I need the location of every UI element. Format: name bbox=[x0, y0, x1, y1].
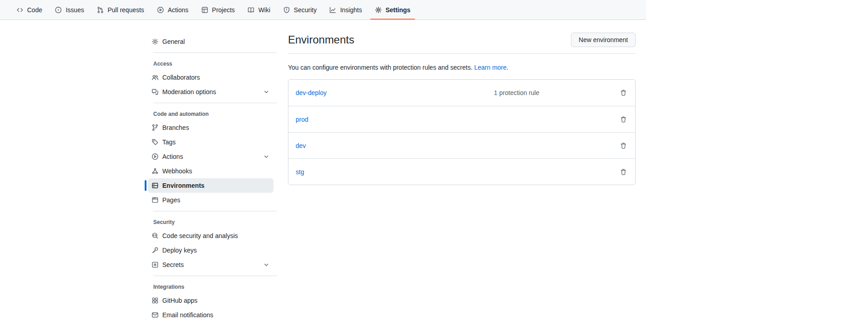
server-icon bbox=[151, 182, 159, 189]
sidebar-item-github-apps[interactable]: GitHub apps bbox=[148, 293, 274, 308]
repository-settings-page: Code Issues Pull requests Actions Projec… bbox=[0, 0, 868, 329]
repo-tab-bar: Code Issues Pull requests Actions Projec… bbox=[0, 0, 646, 20]
tab-projects[interactable]: Projects bbox=[195, 0, 241, 19]
sidebar-item-label: Email notifications bbox=[162, 311, 213, 319]
environment-row: stg bbox=[288, 158, 635, 185]
environments-panel: Environments New environment You can con… bbox=[288, 32, 636, 185]
sidebar-item-collaborators[interactable]: Collaborators bbox=[148, 70, 274, 85]
tab-wiki[interactable]: Wiki bbox=[241, 0, 276, 19]
delete-environment-button[interactable] bbox=[619, 141, 628, 150]
tab-actions[interactable]: Actions bbox=[151, 0, 195, 19]
play-icon bbox=[157, 6, 164, 14]
sidebar-item-actions[interactable]: Actions bbox=[148, 149, 274, 164]
sidebar-item-secrets[interactable]: Secrets bbox=[148, 257, 274, 272]
tab-label: Code bbox=[27, 6, 42, 14]
tab-pull-requests[interactable]: Pull requests bbox=[90, 0, 151, 19]
trash-icon bbox=[620, 116, 627, 123]
sidebar-item-pages[interactable]: Pages bbox=[148, 193, 274, 207]
sidebar-item-label: Webhooks bbox=[162, 167, 192, 175]
sidebar-divider bbox=[153, 103, 277, 103]
sidebar-item-deploy-keys[interactable]: Deploy keys bbox=[148, 243, 274, 257]
delete-environment-button[interactable] bbox=[619, 88, 628, 97]
tab-settings[interactable]: Settings bbox=[368, 0, 417, 19]
tab-issues[interactable]: Issues bbox=[48, 0, 90, 19]
sidebar-item-label: Collaborators bbox=[162, 74, 200, 81]
environment-row: dev bbox=[288, 132, 635, 158]
sidebar-item-tags[interactable]: Tags bbox=[148, 135, 274, 149]
git-pull-request-icon bbox=[97, 6, 104, 14]
sidebar-section-code-and-automation: Code and automation bbox=[144, 107, 277, 120]
key-icon bbox=[151, 247, 159, 254]
trash-icon bbox=[620, 89, 627, 96]
trash-icon bbox=[620, 168, 627, 176]
sidebar-divider bbox=[153, 211, 277, 211]
sidebar-item-label: Moderation options bbox=[162, 88, 216, 95]
gear-icon bbox=[151, 38, 159, 45]
codescan-icon bbox=[151, 232, 159, 239]
sidebar-item-general[interactable]: General bbox=[148, 34, 274, 49]
tab-label: Issues bbox=[66, 6, 84, 14]
sidebar-item-branches[interactable]: Branches bbox=[148, 120, 274, 135]
sidebar-item-label: Tags bbox=[162, 138, 176, 146]
protection-rule-count: 1 protection rule bbox=[494, 89, 539, 96]
page-title: Environments bbox=[288, 32, 354, 48]
description-text: You can configure environments with prot… bbox=[288, 64, 472, 71]
environment-name-link[interactable]: stg bbox=[296, 168, 304, 176]
trash-icon bbox=[620, 142, 627, 149]
gear-icon bbox=[375, 6, 382, 14]
environment-name-link[interactable]: prod bbox=[296, 116, 308, 123]
sidebar-item-label: Deploy keys bbox=[162, 247, 197, 254]
apps-grid-icon bbox=[151, 297, 159, 304]
sidebar-item-label: Branches bbox=[162, 124, 189, 131]
shield-icon bbox=[283, 6, 290, 14]
environments-header: Environments New environment bbox=[288, 32, 636, 54]
sidebar-item-label: GitHub apps bbox=[162, 297, 198, 304]
table-icon bbox=[201, 6, 208, 14]
chevron-down-icon bbox=[263, 88, 270, 95]
tab-label: Projects bbox=[212, 6, 235, 14]
new-environment-button[interactable]: New environment bbox=[571, 33, 636, 47]
sidebar-item-moderation-options[interactable]: Moderation options bbox=[148, 85, 274, 99]
environment-row: dev-deploy 1 protection rule bbox=[288, 80, 635, 106]
delete-environment-button[interactable] bbox=[619, 167, 628, 176]
people-icon bbox=[151, 74, 159, 81]
sidebar-item-webhooks[interactable]: Webhooks bbox=[148, 164, 274, 178]
sidebar-divider bbox=[153, 276, 277, 276]
tab-insights[interactable]: Insights bbox=[323, 0, 368, 19]
sidebar-item-label: Secrets bbox=[162, 261, 184, 268]
webhook-icon bbox=[151, 167, 159, 175]
book-icon bbox=[247, 6, 255, 14]
tab-label: Pull requests bbox=[108, 6, 144, 14]
tag-icon bbox=[151, 138, 159, 146]
sidebar-item-label: General bbox=[162, 38, 185, 45]
environment-row: prod bbox=[288, 106, 635, 132]
tab-code[interactable]: Code bbox=[10, 0, 48, 19]
environments-list: dev-deploy 1 protection rule prod dev st… bbox=[288, 79, 636, 185]
tab-label: Security bbox=[294, 6, 317, 14]
sidebar-item-code-security-and-analysis[interactable]: Code security and analysis bbox=[148, 229, 274, 243]
settings-sidebar: General Access Collaborators Moderation … bbox=[144, 34, 277, 322]
tab-label: Settings bbox=[386, 6, 410, 14]
environment-name-link[interactable]: dev bbox=[296, 142, 306, 149]
sidebar-item-email-notifications[interactable]: Email notifications bbox=[148, 308, 274, 322]
chevron-down-icon bbox=[263, 261, 270, 268]
sidebar-section-security: Security bbox=[144, 215, 277, 229]
sidebar-item-label: Code security and analysis bbox=[162, 232, 238, 239]
play-icon bbox=[151, 153, 159, 160]
sidebar-divider bbox=[153, 52, 277, 53]
learn-more-link[interactable]: Learn more bbox=[474, 64, 507, 71]
delete-environment-button[interactable] bbox=[619, 115, 628, 124]
tab-security[interactable]: Security bbox=[277, 0, 323, 19]
sidebar-item-environments[interactable]: Environments bbox=[148, 178, 274, 193]
sidebar-item-label: Environments bbox=[162, 182, 204, 189]
sidebar-section-access: Access bbox=[144, 57, 277, 70]
sidebar-section-integrations: Integrations bbox=[144, 280, 277, 293]
mail-icon bbox=[151, 311, 159, 319]
tab-label: Wiki bbox=[258, 6, 270, 14]
issue-opened-icon bbox=[55, 6, 62, 14]
git-branch-icon bbox=[151, 124, 159, 131]
sidebar-item-label: Pages bbox=[162, 196, 180, 204]
environments-description: You can configure environments with prot… bbox=[288, 63, 636, 72]
environment-name-link[interactable]: dev-deploy bbox=[296, 89, 327, 96]
chevron-down-icon bbox=[263, 153, 270, 160]
